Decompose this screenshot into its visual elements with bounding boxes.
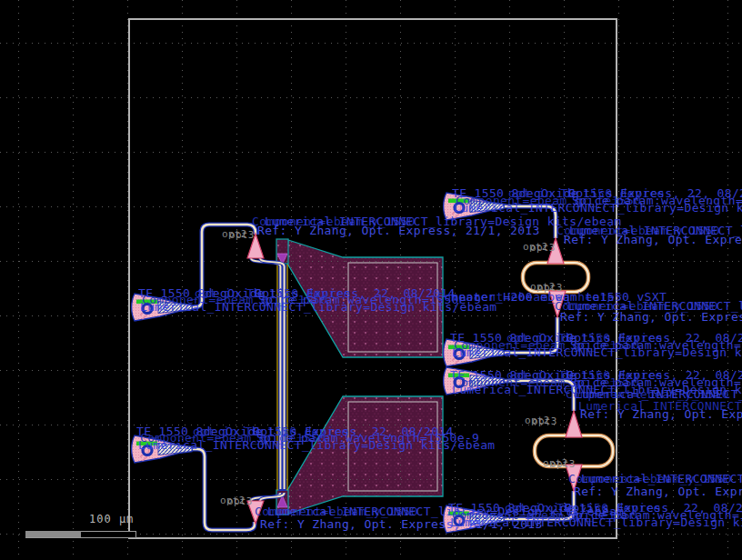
y-branch[interactable] [247,501,264,524]
heater-horn-top[interactable] [276,239,443,357]
y-branch[interactable] [566,465,582,491]
grating-coupler-5[interactable] [444,367,504,395]
heater-horn-bottom[interactable] [276,396,443,515]
waveguide-route-4[interactable] [502,317,557,353]
y-branch[interactable] [549,291,566,317]
mzi-arm-pair[interactable] [277,265,287,491]
scale-bar [25,531,135,537]
grating-coupler-4[interactable] [444,339,504,366]
y-branch[interactable] [247,234,264,258]
grating-coupler-2[interactable] [132,435,192,463]
grating-coupler-1[interactable] [132,294,192,321]
mzi-loop-bottom[interactable] [535,435,613,466]
grating-coupler-6[interactable] [444,505,504,533]
waveguide-route-5[interactable] [502,381,574,411]
waveguide-route-6[interactable] [502,491,574,519]
waveguide-route-2[interactable] [186,449,255,530]
layout-canvas[interactable] [0,0,742,560]
layout-viewport[interactable]: 100 μm TE_1550_8degOxideopt_in_TE_1550_d… [0,0,742,560]
mzi-loop-top[interactable] [523,263,588,292]
y-branch[interactable] [547,238,564,264]
grating-coupler-3[interactable] [444,193,504,220]
waveguide-route-3[interactable] [502,206,556,238]
waveguide-route-1[interactable] [186,225,256,307]
